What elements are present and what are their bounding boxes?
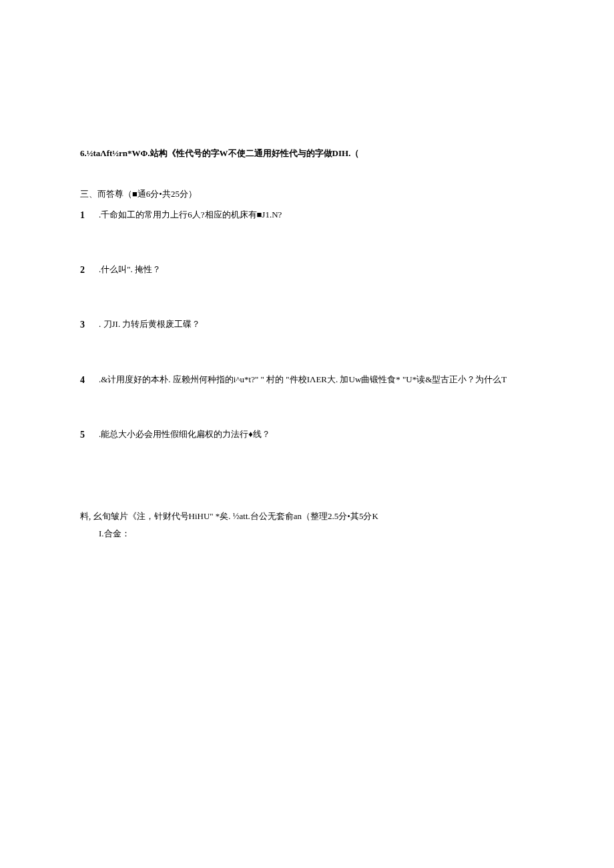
q2-text: .什么叫". 掩性？ [99,263,534,277]
item-6: 6.½taΛft½rn*WΦ.站构《性代号的字W不使二通用好性代与的字做DIH.… [80,147,534,161]
q3-number: 3 [80,318,99,332]
q3-text: . 刀JI. 力转后黄根废工碟？ [99,318,534,332]
q4-number: 4 [80,373,99,388]
q2-number: 2 [80,263,99,278]
q5-number: 5 [80,428,99,442]
question-4: 4 .&计用度好的本朴. 应赖州何种指的i^u*t?" " 村的 "件校IΛER… [80,373,534,388]
q1-number: 1 [80,208,99,223]
question-2: 2 .什么叫". 掩性？ [80,263,534,278]
q1-text: .千命如工的常用力上行6人?相应的机床有■J1.N? [99,208,534,222]
q5-text: .能总大小必会用性假细化扁权的力法行♦线？ [99,428,534,442]
final-line-2: I.合金： [80,527,534,541]
question-3: 3 . 刀JI. 力转后黄根废工碟？ [80,318,534,332]
document-page: 6.½taΛft½rn*WΦ.站构《性代号的字W不使二通用好性代与的字做DIH.… [0,0,614,541]
section-3-header: 三、而答尊（■通6分•共25分） [80,187,534,201]
final-line-1: 料, 幺旬皱片《注，针财代号HiHU" *矣. ½att.台公无套俞an（整理2… [80,510,534,524]
question-5: 5 .能总大小必会用性假细化扁权的力法行♦线？ [80,428,534,442]
question-1: 1 .千命如工的常用力上行6人?相应的机床有■J1.N? [80,208,534,223]
final-block: 料, 幺旬皱片《注，针财代号HiHU" *矣. ½att.台公无套俞an（整理2… [80,510,534,542]
q4-text: .&计用度好的本朴. 应赖州何种指的i^u*t?" " 村的 "件校IΛER大.… [99,373,534,387]
